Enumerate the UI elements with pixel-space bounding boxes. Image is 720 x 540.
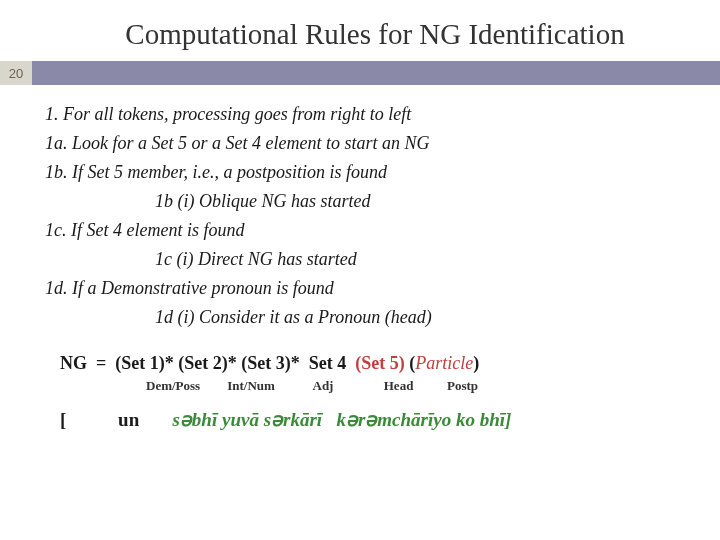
example-yuva: yuvā — [222, 409, 259, 430]
rule-1a: 1a. Look for a Set 5 or a Set 4 element … — [45, 130, 690, 157]
example-open-bracket: [ — [60, 409, 66, 430]
rule-1c: 1c. If Set 4 element is found — [45, 217, 690, 244]
rule-1: 1. For all tokens, processing goes from … — [45, 101, 690, 128]
formula-set2: (Set 2)* — [178, 353, 236, 373]
rules-block: 1. For all tokens, processing goes from … — [0, 85, 720, 331]
formula-set1: (Set 1)* — [115, 353, 173, 373]
formula-eq: = — [96, 353, 106, 373]
slide-title: Computational Rules for NG Identificatio… — [0, 0, 720, 61]
example-sabhi: səbhī — [172, 409, 217, 430]
rule-1b-i: 1b (i) Oblique NG has started — [45, 188, 690, 215]
formula-set5: (Set 5) — [355, 353, 404, 373]
formula-line: NG = (Set 1)* (Set 2)* (Set 3)* Set 4 (S… — [60, 353, 690, 374]
example-un: un — [71, 409, 139, 430]
rule-1c-i: 1c (i) Direct NG has started — [45, 246, 690, 273]
label-adj: Adj — [313, 378, 381, 394]
formula-block: NG = (Set 1)* (Set 2)* (Set 3)* Set 4 (S… — [0, 333, 720, 431]
label-postp: Postp — [447, 378, 478, 394]
formula-set4: Set 4 — [309, 353, 347, 373]
formula-rparen: ) — [473, 353, 479, 373]
formula-particle: Particle — [415, 353, 473, 373]
rule-1b: 1b. If Set 5 member, i.e., a postpositio… — [45, 159, 690, 186]
formula-labels: Dem/Poss Int/Num Adj Head Postp — [60, 378, 690, 394]
example-tail: kərəmchārīyo ko bhī] — [336, 409, 511, 430]
slide: Computational Rules for NG Identificatio… — [0, 0, 720, 540]
example-sarkari: sərkārī — [264, 409, 322, 430]
label-demposs: Dem/Poss — [146, 378, 224, 394]
formula-set3: (Set 3)* — [241, 353, 299, 373]
page-number-badge: 20 — [0, 61, 32, 85]
rule-1d-i: 1d (i) Consider it as a Pronoun (head) — [45, 304, 690, 331]
example-line: [ un səbhī yuvā sərkārī kərəmchārīyo ko … — [60, 408, 690, 431]
accent-band: 20 — [0, 61, 720, 85]
label-head: Head — [384, 378, 444, 394]
formula-ng: NG — [60, 353, 87, 373]
label-intnum: Int/Num — [227, 378, 309, 394]
rule-1d: 1d. If a Demonstrative pronoun is found — [45, 275, 690, 302]
